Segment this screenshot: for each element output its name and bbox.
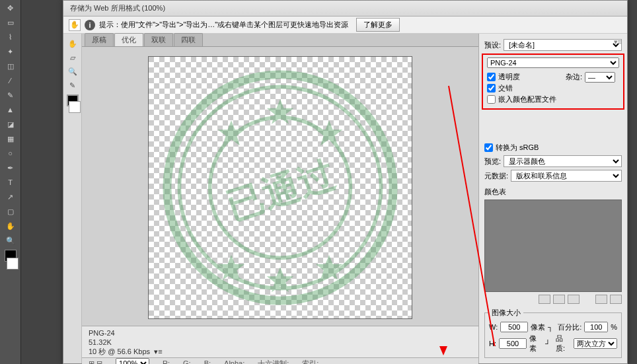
ps-toolbar: ✥ ▭ ⌇ ✦ ◫ ⁄ ✎ ▲ ◪ ▦ ○ ✒ T ↗ ▢ ✋ 🔍: [0, 0, 21, 364]
ct-btn-3[interactable]: [568, 295, 580, 304]
eyedropper-tool-icon[interactable]: ✎: [65, 79, 80, 92]
hand-tool-icon[interactable]: ✋: [65, 37, 80, 50]
zoom-tool-icon[interactable]: 🔍: [65, 65, 80, 78]
tab-2up[interactable]: 双联: [144, 33, 173, 46]
percent-input[interactable]: [584, 322, 608, 332]
color-table: [484, 200, 622, 292]
save-for-web-dialog: 存储为 Web 所用格式 (100%) ✋ i 提示：使用"文件">"导出">"…: [63, 0, 628, 364]
settings-panel: 预设: [未命名] ▾≡ PNG-24 透明度 杂边:— 交错 嵌入颜色配置文件…: [478, 34, 627, 363]
pct-label: 百分比:: [558, 322, 581, 332]
ct-btn-4[interactable]: [595, 295, 607, 304]
info-icon: i: [85, 20, 95, 30]
quality-select[interactable]: 两次立方: [574, 338, 617, 349]
marquee-tool[interactable]: ▭: [3, 16, 19, 29]
zoom-select[interactable]: 100%: [116, 358, 149, 364]
svg-text:已通过: 已通过: [222, 153, 340, 227]
interlaced-label: 交错: [498, 83, 513, 93]
eraser-tool[interactable]: ◪: [3, 118, 19, 131]
move-tool[interactable]: ✥: [3, 1, 19, 15]
format-select[interactable]: PNG-24: [487, 57, 619, 68]
crop-tool[interactable]: ◫: [3, 59, 19, 73]
stamp-image: 已通过: [158, 65, 402, 310]
dialog-title: 存储为 Web 所用格式 (100%): [63, 1, 627, 17]
pct-sign: %: [611, 323, 617, 331]
unit-w: 像素: [531, 322, 545, 332]
eyedropper-tool[interactable]: ⁄: [3, 74, 19, 87]
matte-select[interactable]: —: [585, 72, 615, 83]
image-size-group: 图像大小 W: 像素 ┐ 百分比: % H: 像素 ┘ 品质: 两次立方: [484, 308, 622, 358]
imagesize-legend: 图像大小: [489, 308, 523, 318]
colortable-label: 颜色表: [484, 187, 622, 197]
tab-4up[interactable]: 四联: [174, 33, 203, 46]
ct-btn-5[interactable]: [610, 295, 622, 304]
index-label: 索引:: [302, 359, 318, 365]
gradient-tool[interactable]: ▦: [3, 132, 19, 145]
height-input[interactable]: [499, 338, 527, 349]
b-label: B:: [204, 359, 211, 364]
animation-group: 动画 循环选项:一次 1/1 ◂◂ ◂ ▸ ▸▸: [484, 362, 622, 363]
svg-marker-3: [267, 99, 294, 124]
status-time: 10 秒 @ 56.6 Kbps: [89, 347, 150, 355]
path-tool[interactable]: ↗: [3, 190, 19, 203]
alpha-label: Alpha:: [224, 359, 244, 364]
hint-bar: ✋ i 提示：使用"文件">"导出">"导出为…"或右键单击某个图层可更快速地导…: [63, 17, 627, 34]
transparency-checkbox[interactable]: [487, 73, 496, 81]
status-format: PNG-24: [89, 328, 472, 338]
interlaced-checkbox[interactable]: [487, 84, 496, 92]
annotation-arrowhead: [439, 346, 447, 359]
dialog-tools: ✋ ▱ 🔍 ✎: [63, 34, 82, 363]
preview-label: 预览:: [484, 157, 501, 166]
convert-srgb-label: 转换为 sRGB: [496, 143, 539, 153]
matte-label: 杂边:: [566, 72, 582, 82]
unit-h: 像素: [529, 334, 543, 353]
g-label: G:: [183, 359, 191, 364]
preset-select[interactable]: [未命名]: [504, 39, 622, 51]
quality-label: 品质:: [556, 334, 571, 353]
zoom-tool[interactable]: 🔍: [3, 234, 19, 247]
bottom-bar: ⊞ ⊟ 100% R: G: B: Alpha: 十六进制: 索引:: [82, 357, 478, 364]
width-input[interactable]: [500, 322, 528, 332]
ct-btn-1[interactable]: [539, 295, 550, 304]
pen-tool[interactable]: ✒: [3, 161, 19, 174]
preview-select[interactable]: 显示器颜色: [504, 155, 622, 167]
type-tool[interactable]: T: [3, 176, 19, 189]
preview-canvas: 已通过: [148, 56, 412, 319]
tab-optimized[interactable]: 优化: [114, 33, 143, 46]
svg-marker-5: [316, 120, 343, 145]
hint-text: 提示：使用"文件">"导出">"导出为…"或右键单击某个图层可更快速地导出资源: [99, 20, 348, 30]
ct-btn-2[interactable]: [553, 295, 565, 304]
anim-legend: 动画: [489, 362, 509, 363]
slice-tool-icon[interactable]: ▱: [65, 51, 80, 64]
hex-label: 十六进制:: [258, 359, 289, 365]
learn-more-button[interactable]: 了解更多: [356, 18, 400, 32]
transparency-label: 透明度: [498, 72, 520, 82]
status-bar: PNG-24 51.32K 10 秒 @ 56.6 Kbps ▾≡: [82, 326, 478, 357]
embed-profile-label: 嵌入颜色配置文件: [498, 94, 556, 104]
metadata-label: 元数据:: [484, 171, 508, 181]
status-size: 51.32K: [89, 338, 472, 347]
hand-icon[interactable]: ✋: [69, 19, 81, 31]
lasso-tool[interactable]: ⌇: [3, 30, 19, 44]
hand-tool[interactable]: ✋: [3, 219, 19, 233]
panel-menu-icon[interactable]: ▾≡: [614, 38, 622, 46]
brush-tool[interactable]: ✎: [3, 89, 19, 102]
metadata-select[interactable]: 版权和联系信息: [511, 170, 622, 182]
wand-tool[interactable]: ✦: [3, 45, 19, 58]
bg-swatch[interactable]: [69, 101, 81, 113]
preset-label: 预设:: [484, 40, 501, 50]
format-options-box: PNG-24 透明度 杂边:— 交错 嵌入颜色配置文件: [482, 54, 624, 110]
preview-pane: 原稿 优化 双联 四联 已: [82, 34, 478, 363]
clone-tool[interactable]: ▲: [3, 103, 19, 116]
embed-profile-checkbox[interactable]: [487, 95, 496, 104]
tab-original[interactable]: 原稿: [85, 33, 114, 46]
view-tabs: 原稿 优化 双联 四联: [82, 34, 478, 47]
blur-tool[interactable]: ○: [3, 147, 19, 160]
background-swatch[interactable]: [7, 258, 19, 270]
convert-srgb-checkbox[interactable]: [484, 143, 493, 152]
svg-marker-4: [218, 120, 245, 145]
shape-tool[interactable]: ▢: [3, 205, 19, 218]
r-label: R:: [163, 359, 170, 364]
